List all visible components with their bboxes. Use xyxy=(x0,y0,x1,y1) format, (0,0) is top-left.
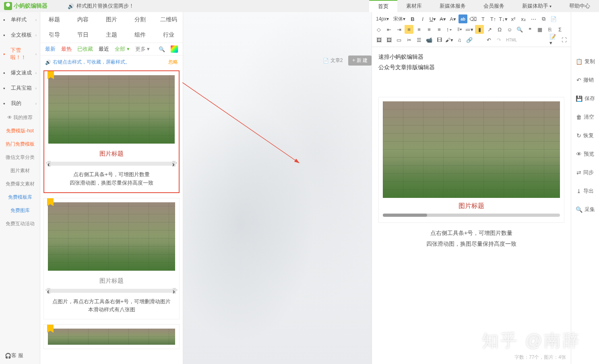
font-family-select[interactable]: 宋体 ▾ xyxy=(392,15,407,23)
list-button[interactable]: ≔▾ xyxy=(465,25,474,34)
category-节日[interactable]: 节日 xyxy=(69,27,97,43)
sidebar-item-4[interactable]: ▪工具宝箱› xyxy=(0,80,40,96)
font-size-select[interactable]: 14px ▾ xyxy=(374,15,390,23)
card-desc[interactable]: 点右侧工具条+号，可增图片数量 四张滑动图，换图尽量保持高度一致 xyxy=(378,223,564,254)
sidebar-sub-2[interactable]: 热门免费模板 xyxy=(0,138,40,151)
sidebar-item-3[interactable]: ▪爆文速成› xyxy=(0,65,40,80)
tip-ignore[interactable]: 忽略 xyxy=(168,59,178,66)
image-button[interactable]: 🖼 xyxy=(374,35,383,44)
italic-button[interactable]: I xyxy=(418,14,427,23)
style-card-1[interactable]: 图片标题‹›点图片，再点右方工具条右侧+号，可增删滑动图片本滑动样式有八张图 xyxy=(43,198,180,320)
category-分割[interactable]: 分割 xyxy=(126,12,154,27)
fontsize-dn-button[interactable]: T↓▾ xyxy=(499,14,508,23)
color-picker-icon[interactable] xyxy=(171,45,178,53)
sidebar-sub-8[interactable]: 免费互动活动 xyxy=(0,217,40,230)
spacing-button[interactable]: ⫴▾ xyxy=(455,25,464,34)
indent-left-button[interactable]: ⇤ xyxy=(384,25,393,34)
bgcolor-button[interactable]: ab xyxy=(459,14,467,23)
sup-button[interactable]: x² xyxy=(509,14,518,23)
top-nav-4[interactable]: 新媒体助手 ▾ xyxy=(513,0,560,12)
editor-text-line[interactable]: 速排小蚂蚁编辑器 xyxy=(378,52,564,62)
doc-icon[interactable]: 📄 xyxy=(549,14,558,23)
category-标题[interactable]: 标题 xyxy=(40,12,69,27)
attach-button[interactable]: 🔗 xyxy=(465,35,474,44)
sidebar-item-5[interactable]: ▪我的› xyxy=(0,96,40,111)
more-button[interactable]: ⋯ xyxy=(529,14,538,23)
action-同步[interactable]: ⇄同步 xyxy=(571,163,599,182)
copy-icon[interactable]: ⧉ xyxy=(539,14,548,23)
card-image[interactable] xyxy=(383,101,560,198)
audio-button[interactable]: ♫ xyxy=(455,35,464,44)
table-button[interactable]: ▦ xyxy=(535,25,544,34)
filter-0[interactable]: 最新 xyxy=(45,45,56,53)
quote-button[interactable]: ❝ xyxy=(525,25,534,34)
top-nav-1[interactable]: 素材库 xyxy=(397,0,431,12)
top-nav-5[interactable]: 帮助中心 xyxy=(560,0,599,12)
action-保存[interactable]: 💾保存 xyxy=(571,89,599,108)
align-left-button[interactable]: ≡ xyxy=(405,25,413,34)
gif-button[interactable]: ☰ xyxy=(415,35,423,44)
indent-right-button[interactable]: ⇥ xyxy=(395,25,403,34)
undo-button[interactable]: ↶ xyxy=(484,35,493,44)
fontcolor-button[interactable]: A▾ xyxy=(448,14,457,23)
clear-format-button[interactable]: ◇ xyxy=(374,25,383,34)
filter-2[interactable]: 已收藏 xyxy=(77,45,93,53)
align-right-button[interactable]: ≡ xyxy=(425,25,434,34)
card-slider[interactable]: ‹› xyxy=(48,289,175,293)
action-采集[interactable]: 🔍采集 xyxy=(571,200,599,219)
category-组件[interactable]: 组件 xyxy=(126,27,154,43)
editor-image-card[interactable]: 图片标题 xyxy=(378,97,564,223)
action-导出[interactable]: ⤓导出 xyxy=(571,182,599,200)
sidebar-item-1[interactable]: ▪全文模板› xyxy=(0,27,40,43)
align-center-button[interactable]: ≡ xyxy=(415,25,423,34)
card-slider[interactable]: ‹› xyxy=(48,162,175,166)
filter-5[interactable]: 更多 ▾ xyxy=(135,45,150,53)
action-复制[interactable]: 📋复制 xyxy=(571,52,599,71)
edit-icon[interactable]: 📝▾ xyxy=(549,35,558,44)
sidebar-sub-6[interactable]: 免费模板库 xyxy=(0,191,40,204)
action-预览[interactable]: 👁预览 xyxy=(571,145,599,163)
lineheight-button[interactable]: ⫶▾ xyxy=(445,25,454,34)
sidebar-sub-1[interactable]: 免费模版-hot xyxy=(0,124,40,138)
sidebar-sub-4[interactable]: 图片素材 xyxy=(0,164,40,177)
sidebar-sub-7[interactable]: 免费图库 xyxy=(0,204,40,217)
new-doc-button[interactable]: + 新 建 xyxy=(348,56,372,66)
text-button[interactable]: T xyxy=(479,14,487,23)
category-主题[interactable]: 主题 xyxy=(97,27,126,43)
category-图片[interactable]: 图片 xyxy=(97,12,126,27)
editor-body[interactable]: 速排小蚂蚁编辑器 公众号文章排版编辑器 图片标题 点右侧工具条+号，可增图片数量… xyxy=(372,47,571,364)
style-card-2[interactable] xyxy=(43,324,180,349)
special-button[interactable]: Ω xyxy=(495,25,504,34)
video-button[interactable]: 📹 xyxy=(425,35,434,44)
action-恢复[interactable]: ↻恢复 xyxy=(571,126,599,145)
style-card-0[interactable]: 图片标题‹›点右侧工具条+号，可增图片数量四张滑动图，换图尽量保持高度一致 xyxy=(43,70,180,193)
sub-button[interactable]: x₂ xyxy=(519,14,528,23)
search-button[interactable]: 🔍 xyxy=(515,25,524,34)
top-nav-0[interactable]: 首页 xyxy=(369,0,397,12)
sidebar-sub-0[interactable]: 👁 我的推荐 xyxy=(0,111,40,124)
card-title[interactable]: 图片标题 xyxy=(383,198,560,212)
action-撤销[interactable]: ↶撤销 xyxy=(571,71,599,89)
gallery-button[interactable]: 🖼 xyxy=(384,35,393,44)
top-nav-3[interactable]: 会员服务 xyxy=(475,0,513,12)
film-button[interactable]: 🎞 xyxy=(435,35,444,44)
underline-button[interactable]: U▾ xyxy=(428,14,437,23)
crop-button[interactable]: ✂ xyxy=(405,35,413,44)
category-内容[interactable]: 内容 xyxy=(69,12,97,27)
strike-button[interactable]: A▾ xyxy=(438,14,447,23)
logo[interactable]: 小蚂蚁编辑器 xyxy=(0,2,52,10)
filter-4[interactable]: 全部 ▾ xyxy=(115,45,130,53)
doc-tab[interactable]: 📄 文章2 xyxy=(320,56,346,66)
brush-button[interactable]: 🖌▾ xyxy=(445,35,454,44)
link-button[interactable]: ↗ xyxy=(485,25,494,34)
bold-button[interactable]: B xyxy=(408,14,417,23)
action-清空[interactable]: 🗑清空 xyxy=(571,108,599,126)
category-引导[interactable]: 引导 xyxy=(40,27,69,43)
category-二维码[interactable]: 二维码 xyxy=(154,12,183,27)
expand-icon[interactable]: ⛶ xyxy=(560,35,568,44)
eraser-button[interactable]: ⌫ xyxy=(469,14,477,23)
filter-1[interactable]: 最热 xyxy=(61,45,72,53)
editor-text-line[interactable]: 公众号文章排版编辑器 xyxy=(378,62,564,73)
code-button[interactable]: ⎘ xyxy=(545,25,554,34)
highlight-button[interactable]: ▮ xyxy=(475,25,484,34)
